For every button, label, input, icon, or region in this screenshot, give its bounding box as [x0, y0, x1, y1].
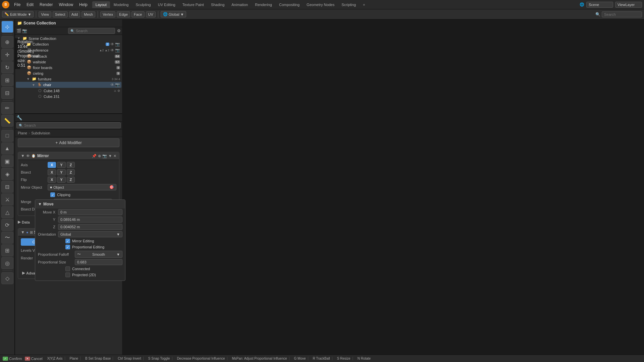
mirror-render-icon[interactable]: 📷	[102, 154, 107, 158]
breadcrumb-subdivision[interactable]: Subdivision	[31, 131, 50, 135]
mirror-expand-icon[interactable]: ▼	[108, 154, 112, 158]
face-btn[interactable]: Face	[131, 11, 144, 17]
shrink-tool-btn[interactable]: ◎	[1, 257, 13, 269]
mirror-flip-x-btn[interactable]: X	[48, 177, 56, 183]
uv-btn[interactable]: UV	[146, 11, 156, 17]
tab-shading[interactable]: Shading	[208, 1, 228, 8]
move-tool-btn[interactable]: ✛	[1, 49, 13, 61]
move-x-value[interactable]: 0 m	[58, 209, 122, 215]
tab-modeling[interactable]: Modeling	[110, 1, 132, 8]
tree-cieling[interactable]: 📦 cieling 9	[16, 70, 121, 76]
clipping-cb[interactable]: ✓	[50, 192, 55, 197]
ref-render-icon[interactable]: 📷	[115, 48, 120, 53]
mirror-collapse-icon[interactable]: ▼	[21, 154, 25, 158]
tab-scripting[interactable]: Scripting	[338, 1, 359, 8]
eye-icon[interactable]: 👁	[110, 42, 114, 47]
knife-tool-btn[interactable]: ⚔	[1, 193, 13, 205]
chair-eye-icon[interactable]: 👁	[110, 82, 114, 87]
vertex-btn[interactable]: Vertex	[100, 11, 115, 17]
tree-furniture[interactable]: ▼ 📁 furniture 3 34 4	[16, 76, 121, 82]
move-panel-header[interactable]: ▼ Move	[35, 200, 125, 208]
move-y-value[interactable]: 0.089146 m	[58, 217, 122, 223]
select-tool-btn[interactable]: ⊹	[1, 21, 13, 33]
tab-compositing[interactable]: Compositing	[276, 1, 303, 8]
mirror-flip-y-btn[interactable]: Y	[57, 177, 65, 183]
mirror-bisect-z-btn[interactable]: Z	[67, 169, 75, 175]
projected-cb[interactable]	[65, 273, 70, 277]
proportional-editing-cb[interactable]: ✓	[65, 245, 70, 249]
mirror-delete-icon[interactable]: ✕	[113, 154, 116, 158]
add-btn[interactable]: Add	[69, 11, 80, 17]
tab-geometry-nodes[interactable]: Geometry Nodes	[303, 1, 338, 8]
mirror-object-field[interactable]: ■ Object 🎯	[48, 184, 116, 190]
edge-slide-tool-btn[interactable]: ⊞	[1, 244, 13, 256]
menu-help[interactable]: Help	[76, 2, 90, 8]
tab-layout[interactable]: Layout	[92, 1, 110, 8]
menu-edit[interactable]: Edit	[24, 2, 36, 8]
render-icon[interactable]: 📷	[115, 42, 120, 47]
chair-render-icon[interactable]: 📷	[115, 82, 120, 87]
tab-animation[interactable]: Animation	[228, 1, 251, 8]
mirror-axis-z-btn[interactable]: Z	[67, 162, 75, 168]
mirror-enabled-icon[interactable]: 👁	[26, 154, 30, 158]
inset-tool-btn[interactable]: ▣	[1, 155, 13, 167]
subdivision-enabled-icon[interactable]: ●	[26, 230, 29, 234]
bevel-tool-btn[interactable]: ◈	[1, 168, 13, 180]
subdivision-collapse-icon[interactable]: ▼	[21, 230, 25, 235]
tree-chair[interactable]: ▼ 🪑 chair 👁 📷	[16, 82, 121, 88]
scene-input[interactable]	[586, 2, 613, 8]
menu-window[interactable]: Window	[56, 2, 76, 8]
mirror-dupe-icon[interactable]: ⊕	[98, 154, 101, 158]
scale-tool-btn[interactable]: ⊞	[1, 74, 13, 86]
scene-search-input[interactable]	[76, 29, 122, 33]
mirror-bisect-x-btn[interactable]: X	[48, 169, 56, 175]
tree-floor[interactable]: 📦 floor boards 9	[16, 65, 121, 70]
poly-build-tool-btn[interactable]: △	[1, 206, 13, 218]
props-search-input[interactable]	[24, 123, 118, 127]
tab-texture-paint[interactable]: Texture Paint	[179, 1, 207, 8]
tree-cube151[interactable]: ⬡ Cube.151	[16, 94, 121, 99]
search-input[interactable]	[602, 11, 642, 17]
mirror-pin-icon[interactable]: 📌	[92, 154, 97, 158]
tab-add[interactable]: +	[360, 1, 368, 8]
scene-icon-1[interactable]: 🎬	[16, 28, 21, 33]
mirror-editing-cb[interactable]: ✓	[65, 239, 70, 243]
breadcrumb-plane[interactable]: Plane	[18, 131, 27, 135]
prop-size-value[interactable]: 0.683	[75, 259, 122, 265]
cursor-tool-btn[interactable]: ⊕	[1, 36, 13, 48]
view-btn[interactable]: View	[39, 11, 51, 17]
falloff-dropdown[interactable]: 〜 Smooth ▼	[75, 251, 122, 258]
mode-selector[interactable]: ✏️ Edit Mode ▼	[2, 11, 34, 17]
move-z-value[interactable]: 0.004052 m	[58, 224, 122, 230]
mirror-bisect-y-btn[interactable]: Y	[57, 169, 65, 175]
move-orientation-dropdown[interactable]: Global ▼	[58, 231, 122, 237]
smooth-tool-btn[interactable]: 〜	[1, 232, 13, 244]
scene-icon-2[interactable]: 📷	[22, 28, 27, 33]
tree-wallside[interactable]: 📦 wallside 57	[16, 59, 121, 65]
view-layer-input[interactable]	[615, 2, 642, 8]
props-icon-1[interactable]: 🔧	[16, 115, 22, 120]
mesh-btn[interactable]: Mesh	[82, 11, 95, 17]
tab-sculpting[interactable]: Sculpting	[132, 1, 154, 8]
transform-tool-btn[interactable]: ⊟	[1, 87, 13, 99]
rotate-tool-btn[interactable]: ↻	[1, 61, 13, 73]
mirror-axis-x-btn[interactable]: X	[48, 162, 56, 168]
measure-tool-btn[interactable]: 📏	[1, 115, 13, 127]
menu-render[interactable]: Render	[37, 2, 55, 8]
add-modifier-btn[interactable]: + Add Modifier	[18, 138, 119, 147]
annotate-tool-btn[interactable]: ✏	[1, 102, 13, 114]
filter-icon[interactable]: ⚙	[117, 28, 121, 33]
select-btn[interactable]: Select	[53, 11, 68, 17]
transform-btn[interactable]: 🌐 Global ▼	[161, 11, 186, 17]
mirror-axis-y-btn[interactable]: Y	[57, 162, 65, 168]
add-cube-tool-btn[interactable]: □	[1, 130, 13, 142]
extrude-tool-btn[interactable]: ▲	[1, 142, 13, 155]
loop-cut-tool-btn[interactable]: ⊟	[1, 181, 13, 193]
tab-uv-editing[interactable]: UV Editing	[155, 1, 179, 8]
tab-rendering[interactable]: Rendering	[252, 1, 275, 8]
mirror-object-picker[interactable]: 🎯	[109, 185, 114, 189]
spin-tool-btn[interactable]: ⟳	[1, 219, 13, 231]
ref-eye-icon[interactable]: 👁	[110, 48, 114, 53]
menu-file[interactable]: File	[11, 2, 23, 8]
connected-cb[interactable]	[65, 266, 70, 271]
